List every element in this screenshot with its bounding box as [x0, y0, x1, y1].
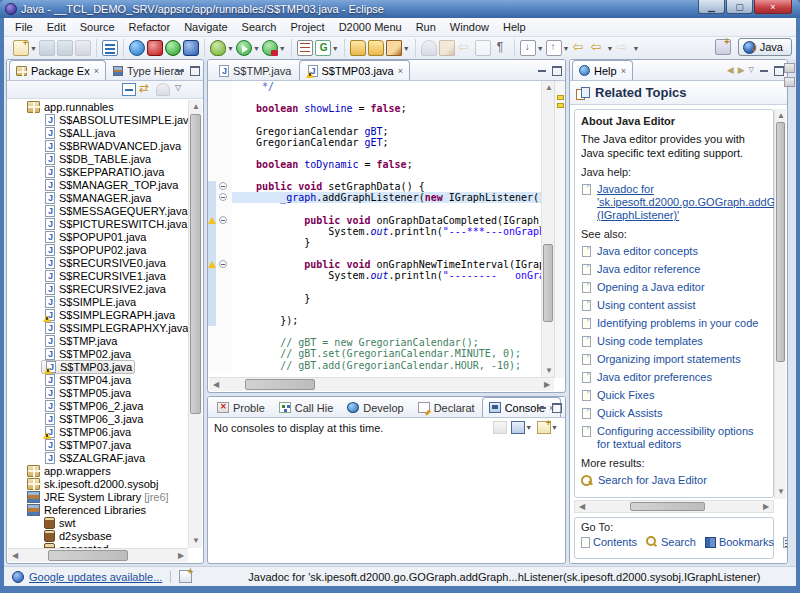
open-console-dropdown-icon[interactable]: ▼: [551, 424, 558, 431]
menu-source[interactable]: Source: [73, 19, 122, 35]
tab-help[interactable]: Help ×: [572, 60, 633, 80]
help-topic-link[interactable]: Using code templates: [581, 335, 767, 348]
tree-item[interactable]: d2sysbase: [7, 529, 188, 542]
help-back-icon[interactable]: ◀: [727, 65, 734, 75]
tree-item[interactable]: S$RECURSIVE1.java: [7, 269, 188, 282]
open-perspective-icon[interactable]: [715, 39, 731, 55]
help-topic-link[interactable]: Using content assist: [581, 299, 767, 312]
debug-dropdown-icon[interactable]: ▼: [227, 45, 234, 52]
tree-item[interactable]: S$ALL.java: [7, 126, 188, 139]
close-button[interactable]: ×: [754, 0, 792, 14]
fold-collapse-icon[interactable]: [219, 260, 227, 268]
tree-item[interactable]: S$PICTURESWITCH.java: [7, 217, 188, 230]
tree-item[interactable]: S$BRWADVANCED.java: [7, 139, 188, 152]
tree-item[interactable]: S$TMP07.java: [7, 438, 188, 451]
tree-item[interactable]: S$TMP.java: [7, 334, 188, 347]
warning-marker[interactable]: [557, 95, 564, 100]
menu-project[interactable]: Project: [283, 19, 331, 35]
back-dropdown-icon[interactable]: ▼: [607, 45, 614, 52]
tree-item[interactable]: S$MANAGER.java: [7, 191, 188, 204]
google-updates-link[interactable]: Google updates available...: [29, 571, 162, 583]
fast-view-icon[interactable]: [179, 570, 192, 583]
show-whitespace-icon[interactable]: [493, 40, 509, 56]
minimize-editor-icon[interactable]: [536, 64, 548, 75]
d2000-settings-icon[interactable]: [102, 40, 118, 56]
d2000-red-tool-icon[interactable]: [147, 40, 163, 56]
restore-view-icon[interactable]: [784, 63, 795, 73]
tree-item[interactable]: swt: [7, 516, 188, 529]
editor-horizontal-scrollbar[interactable]: ◀ ▶: [209, 377, 554, 391]
last-edit-location-icon[interactable]: [457, 40, 473, 56]
next-annotation-dropdown-icon[interactable]: ▼: [537, 45, 544, 52]
editor-tab-s-tmp-java[interactable]: S$TMP.java: [210, 60, 299, 80]
menu-edit[interactable]: Edit: [40, 19, 73, 35]
minimize-help-icon[interactable]: [758, 64, 770, 75]
view-tab-call-hie[interactable]: Call Hie: [272, 397, 341, 417]
mark-occurrences-icon[interactable]: [439, 40, 455, 56]
focus-icon[interactable]: [156, 83, 170, 96]
previous-annotation-dropdown-icon[interactable]: ▼: [563, 45, 570, 52]
minimize-view-icon[interactable]: [174, 64, 186, 75]
tree-item[interactable]: S$SIMPLE.java: [7, 295, 188, 308]
help-forward-icon[interactable]: ▶: [738, 65, 745, 75]
tree-item[interactable]: Referenced Libraries: [7, 503, 188, 516]
view-tab-develop[interactable]: Develop: [340, 397, 410, 417]
last-edit-icon[interactable]: [572, 40, 588, 56]
maximize-view-icon[interactable]: [188, 64, 200, 75]
d2000-green-tool-icon[interactable]: [165, 40, 181, 56]
goto-contents[interactable]: Contents: [581, 536, 637, 548]
d2000-globe-icon[interactable]: [129, 40, 145, 56]
new-dropdown-icon[interactable]: ▼: [30, 45, 37, 52]
edit-tool-dropdown-icon[interactable]: ▼: [403, 45, 410, 52]
view-tab-declarat[interactable]: Declarat: [411, 397, 482, 417]
tree-item[interactable]: S$RECURSIVE2.java: [7, 282, 188, 295]
view-menu-icon[interactable]: [173, 83, 187, 96]
previous-annotation-icon[interactable]: [546, 40, 562, 56]
search-for-java-editor-link[interactable]: Search for Java Editor: [581, 474, 767, 487]
maximize-console-icon[interactable]: [550, 401, 562, 412]
help-topic-link[interactable]: Java editor concepts: [581, 245, 767, 258]
javadoc-link[interactable]: Javadoc for 'sk.ipesoft.d2000.go.GOGraph…: [581, 183, 767, 222]
generate-icon[interactable]: [315, 40, 331, 56]
editor-tab-s-tmp03-java[interactable]: S$TMP03.java×: [299, 60, 410, 80]
tree-item[interactable]: S$TMP04.java: [7, 373, 188, 386]
help-topic-link[interactable]: Organizing import statements: [581, 353, 767, 366]
warning-marker[interactable]: [557, 103, 564, 108]
menu-d2000-menu[interactable]: D2000 Menu: [332, 19, 409, 35]
tree-item[interactable]: S$TMP06.java: [7, 425, 188, 438]
help-topic-link[interactable]: Configuring accessibility options for te…: [581, 425, 767, 451]
next-annotation-icon[interactable]: [520, 40, 536, 56]
coverage-icon[interactable]: [297, 40, 313, 56]
tree-item[interactable]: S$TMP02.java: [7, 347, 188, 360]
tree-item[interactable]: S$SIMPLEGRAPHXY.java: [7, 321, 188, 334]
tree-item[interactable]: app.wrappers: [7, 464, 188, 477]
tree-item[interactable]: S$DB_TABLE.java: [7, 152, 188, 165]
minimize-button[interactable]: ▁: [698, 0, 725, 14]
menu-refactor[interactable]: Refactor: [122, 19, 178, 35]
editor-vertical-scrollbar[interactable]: ▲ ▼: [541, 81, 554, 378]
tree-item[interactable]: S$TMP03.java: [7, 360, 188, 373]
open-folder2-icon[interactable]: [368, 40, 384, 56]
menu-help[interactable]: Help: [496, 19, 533, 35]
help-topic-link[interactable]: Quick Assists: [581, 407, 767, 420]
external-tools-icon[interactable]: [262, 40, 278, 56]
fold-collapse-icon[interactable]: [219, 193, 227, 201]
tree-item[interactable]: S$RECURSIVE0.java: [7, 256, 188, 269]
tab-package-explorer[interactable]: Package Ex ×: [9, 60, 106, 80]
new-wizard-icon[interactable]: [13, 40, 29, 56]
menu-file[interactable]: File: [8, 19, 40, 35]
maximize-button[interactable]: ▢: [726, 0, 753, 14]
back-icon[interactable]: [590, 40, 606, 56]
tree-item[interactable]: S$POPUP02.java: [7, 243, 188, 256]
link-with-editor-icon[interactable]: [139, 83, 153, 96]
code-editor[interactable]: */ boolean showLine = false; GregorianCa…: [208, 81, 565, 378]
pin-editor-icon[interactable]: [421, 40, 437, 56]
menu-run[interactable]: Run: [409, 19, 443, 35]
outline-fast-view-icon[interactable]: [784, 77, 795, 87]
tree-item[interactable]: S$ABSOLUTESIMPLE.java: [7, 113, 188, 126]
tree-item[interactable]: S$ZALGRAF.java: [7, 451, 188, 464]
menu-window[interactable]: Window: [443, 19, 496, 35]
tree-item[interactable]: S$MESSAGEQUERY.java: [7, 204, 188, 217]
display-console-dropdown-icon[interactable]: ▼: [525, 424, 532, 431]
edit-tool-icon[interactable]: [386, 40, 402, 56]
